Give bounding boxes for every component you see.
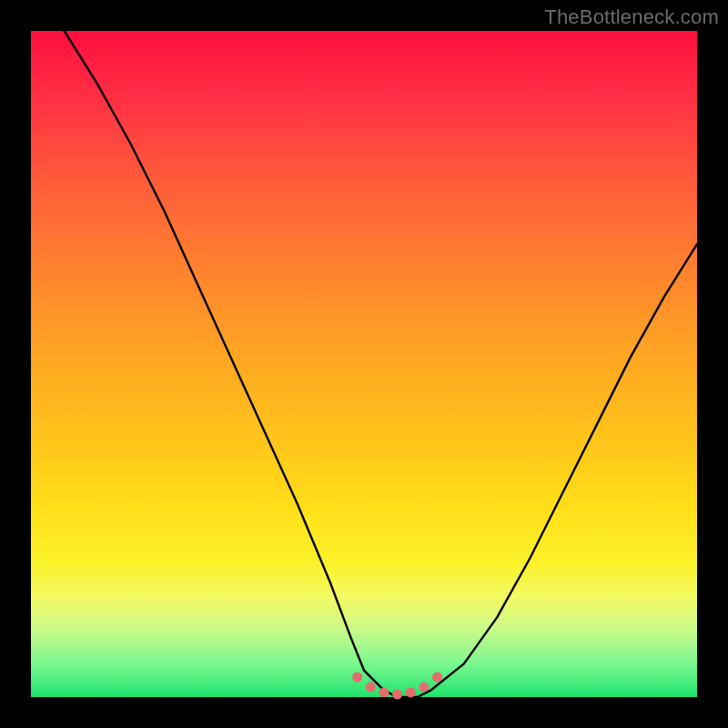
bottleneck-curve — [65, 31, 697, 697]
trough-marker — [406, 687, 416, 697]
chart-frame: TheBottleneck.com — [0, 0, 728, 728]
trough-marker — [432, 672, 442, 682]
trough-markers — [352, 672, 442, 700]
trough-marker — [392, 690, 402, 700]
trough-marker — [419, 682, 429, 693]
watermark-text: TheBottleneck.com — [544, 5, 719, 29]
plot-area — [31, 31, 697, 697]
trough-marker — [366, 682, 376, 693]
trough-marker — [352, 672, 362, 682]
curve-svg — [31, 31, 697, 697]
trough-marker — [379, 687, 389, 697]
